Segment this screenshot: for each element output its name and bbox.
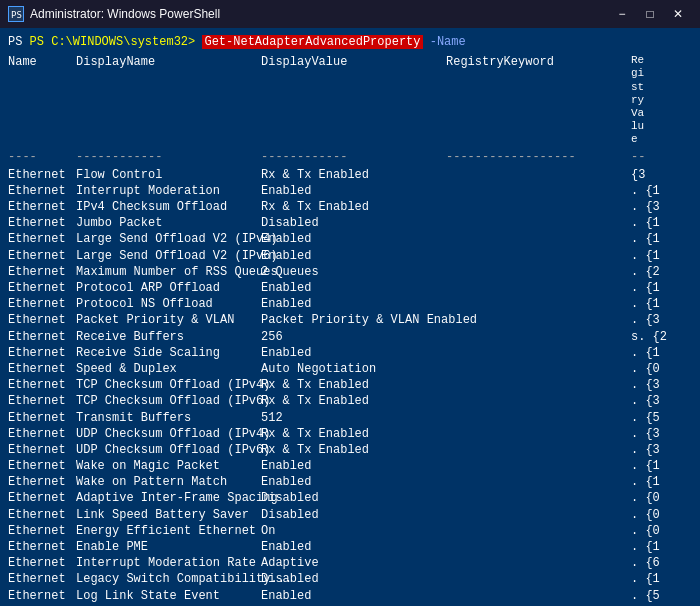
table-row: Ethernet Interrupt Moderation Rate Adapt… bbox=[8, 555, 692, 571]
row-display: Enable PME bbox=[76, 539, 261, 555]
row-value: Enabled bbox=[261, 296, 446, 312]
row-reg: . {1 bbox=[631, 474, 691, 490]
row-value: Enabled bbox=[261, 231, 446, 247]
table-row: Ethernet Receive Side Scaling Enabled . … bbox=[8, 345, 692, 361]
prompt-path: PS C:\WINDOWS\system32> bbox=[30, 35, 196, 49]
row-reg: {3 bbox=[631, 167, 691, 183]
table-container: Name DisplayName DisplayValue RegistryKe… bbox=[8, 54, 692, 606]
row-display: Legacy Switch Compatibility... bbox=[76, 571, 261, 587]
row-display: TCP Checksum Offload (IPv4) bbox=[76, 377, 261, 393]
row-reg: . {1 bbox=[631, 215, 691, 231]
row-value: Packet Priority & VLAN Enabled bbox=[261, 312, 446, 328]
row-value: Rx & Tx Enabled bbox=[261, 393, 446, 409]
row-reg: . {1 bbox=[631, 248, 691, 264]
row-name: Ethernet bbox=[8, 426, 76, 442]
row-value: Enabled bbox=[261, 345, 446, 361]
row-name: Ethernet bbox=[8, 458, 76, 474]
header-name: Name bbox=[8, 54, 76, 146]
row-reg: . {3 bbox=[631, 377, 691, 393]
header-keyword: RegistryKeyword bbox=[446, 54, 631, 146]
row-name: Ethernet bbox=[8, 393, 76, 409]
row-reg: . {5 bbox=[631, 410, 691, 426]
row-keyword bbox=[446, 361, 631, 377]
row-display: Flow Control bbox=[76, 167, 261, 183]
row-keyword bbox=[446, 167, 631, 183]
table-row: Ethernet Log Link State Event Enabled . … bbox=[8, 588, 692, 604]
row-name: Ethernet bbox=[8, 280, 76, 296]
row-keyword bbox=[446, 523, 631, 539]
row-display: Wake on Magic Packet bbox=[76, 458, 261, 474]
row-display: Interrupt Moderation bbox=[76, 183, 261, 199]
table-body: Ethernet Flow Control Rx & Tx Enabled {3… bbox=[8, 167, 692, 606]
row-keyword bbox=[446, 555, 631, 571]
row-keyword bbox=[446, 507, 631, 523]
row-reg: . {3 bbox=[631, 199, 691, 215]
row-name: Ethernet bbox=[8, 183, 76, 199]
row-display: Adaptive Inter-Frame Spacing bbox=[76, 490, 261, 506]
row-keyword bbox=[446, 571, 631, 587]
table-row: Ethernet TCP Checksum Offload (IPv4) Rx … bbox=[8, 377, 692, 393]
row-reg: . {1 bbox=[631, 345, 691, 361]
table-row: Ethernet Jumbo Packet Disabled . {1 bbox=[8, 215, 692, 231]
row-display: Speed & Duplex bbox=[76, 361, 261, 377]
row-display: Packet Priority & VLAN bbox=[76, 312, 261, 328]
row-reg: . {0 bbox=[631, 507, 691, 523]
table-row: Ethernet Energy Efficient Ethernet On . … bbox=[8, 523, 692, 539]
row-display: Protocol ARP Offload bbox=[76, 280, 261, 296]
row-reg: . {1 bbox=[631, 183, 691, 199]
row-reg: . {0 bbox=[631, 361, 691, 377]
row-keyword bbox=[446, 490, 631, 506]
row-keyword bbox=[446, 264, 631, 280]
minimize-button[interactable]: − bbox=[608, 0, 636, 28]
terminal-area[interactable]: PS PS C:\WINDOWS\system32> Get-NetAdapte… bbox=[0, 28, 700, 606]
row-keyword bbox=[446, 231, 631, 247]
sep-name: ---- bbox=[8, 149, 76, 165]
prompt-line: PS PS C:\WINDOWS\system32> Get-NetAdapte… bbox=[8, 34, 692, 50]
row-name: Ethernet bbox=[8, 345, 76, 361]
row-display: Maximum Number of RSS Queues bbox=[76, 264, 261, 280]
table-row: Ethernet Flow Control Rx & Tx Enabled {3 bbox=[8, 167, 692, 183]
row-reg: . {0 bbox=[631, 490, 691, 506]
prompt-ps: PS bbox=[8, 35, 30, 49]
header-value: DisplayValue bbox=[261, 54, 446, 146]
row-name: Ethernet bbox=[8, 555, 76, 571]
row-reg: . {1 bbox=[631, 231, 691, 247]
row-display: Link Speed Battery Saver bbox=[76, 507, 261, 523]
row-name: Ethernet bbox=[8, 248, 76, 264]
sep-value: ------------ bbox=[261, 149, 446, 165]
row-display: UDP Checksum Offload (IPv4) bbox=[76, 426, 261, 442]
table-row: Ethernet Packet Priority & VLAN Packet P… bbox=[8, 312, 692, 328]
row-name: Ethernet bbox=[8, 312, 76, 328]
table-row: Ethernet Wake on Pattern Match Enabled .… bbox=[8, 474, 692, 490]
row-keyword bbox=[446, 183, 631, 199]
row-value: Disabled bbox=[261, 215, 446, 231]
row-value: 2 Queues bbox=[261, 264, 446, 280]
table-row: Ethernet Interrupt Moderation Enabled . … bbox=[8, 183, 692, 199]
table-row: Ethernet Receive Buffers 256 s. {2 bbox=[8, 329, 692, 345]
row-reg: . {3 bbox=[631, 312, 691, 328]
row-value: Enabled bbox=[261, 539, 446, 555]
row-keyword bbox=[446, 312, 631, 328]
table-row: Ethernet IPv4 Checksum Offload Rx & Tx E… bbox=[8, 199, 692, 215]
row-reg: . {5 bbox=[631, 588, 691, 604]
row-display: Protocol NS Offload bbox=[76, 296, 261, 312]
row-keyword bbox=[446, 474, 631, 490]
row-value: Enabled bbox=[261, 280, 446, 296]
row-display: Receive Side Scaling bbox=[76, 345, 261, 361]
table-row: Ethernet Maximum Number of RSS Queues 2 … bbox=[8, 264, 692, 280]
table-row: Ethernet Large Send Offload V2 (IPv6) En… bbox=[8, 248, 692, 264]
row-reg: . {1 bbox=[631, 296, 691, 312]
row-value: Enabled bbox=[261, 588, 446, 604]
close-button[interactable]: ✕ bbox=[664, 0, 692, 28]
maximize-button[interactable]: □ bbox=[636, 0, 664, 28]
table-row: Ethernet Protocol ARP Offload Enabled . … bbox=[8, 280, 692, 296]
row-keyword bbox=[446, 588, 631, 604]
header-display: DisplayName bbox=[76, 54, 261, 146]
row-name: Ethernet bbox=[8, 571, 76, 587]
window-controls: − □ ✕ bbox=[608, 0, 692, 28]
row-reg: . {2 bbox=[631, 264, 691, 280]
row-name: Ethernet bbox=[8, 523, 76, 539]
window-title: Administrator: Windows PowerShell bbox=[30, 7, 602, 21]
row-reg: . {0 bbox=[631, 523, 691, 539]
title-bar: PS Administrator: Windows PowerShell − □… bbox=[0, 0, 700, 28]
